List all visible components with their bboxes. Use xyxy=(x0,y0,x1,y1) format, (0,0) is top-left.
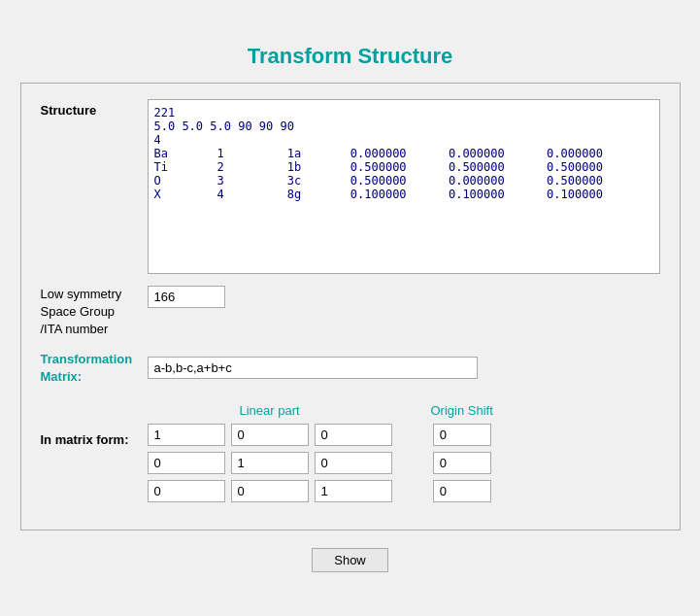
matrix-content: Linear part xyxy=(148,403,660,502)
matrix-row-1 xyxy=(148,452,392,474)
structure-textarea[interactable] xyxy=(148,99,660,274)
main-panel: Structure Low symmetry Space Group /ITA … xyxy=(20,83,681,530)
origin-shift-area: Origin Shift xyxy=(431,403,493,502)
matrix-row-0 xyxy=(148,424,392,446)
matrix-cell-0-1[interactable] xyxy=(231,424,309,446)
matrix-cell-1-2[interactable] xyxy=(315,452,392,474)
matrix-cell-2-0[interactable] xyxy=(148,480,225,502)
matrix-cell-1-1[interactable] xyxy=(231,452,309,474)
matrix-row-2 xyxy=(148,480,392,502)
origin-shift-col xyxy=(433,424,491,502)
origin-shift-title: Origin Shift xyxy=(431,403,493,418)
show-button-row: Show xyxy=(20,548,681,572)
matrix-cell-0-2[interactable] xyxy=(315,424,392,446)
space-group-input[interactable] xyxy=(148,286,225,308)
matrix-cell-0-0[interactable] xyxy=(148,424,225,446)
page-title: Transform Structure xyxy=(20,44,681,69)
matrix-cell-2-2[interactable] xyxy=(315,480,392,502)
space-group-row: Low symmetry Space Group /ITA number xyxy=(41,286,660,339)
origin-shift-2[interactable] xyxy=(433,480,491,502)
in-matrix-form-label: In matrix form: xyxy=(41,403,148,447)
structure-label: Structure xyxy=(41,99,148,118)
space-group-label: Low symmetry Space Group /ITA number xyxy=(41,286,148,339)
origin-shift-1[interactable] xyxy=(433,452,491,474)
matrix-cell-1-0[interactable] xyxy=(148,452,225,474)
matrix-cell-2-1[interactable] xyxy=(231,480,309,502)
transformation-row: Transformation Matrix: xyxy=(41,351,660,386)
linear-part-area: Linear part xyxy=(148,403,392,502)
matrix-rows xyxy=(148,424,392,502)
matrix-section: In matrix form: Linear part xyxy=(41,403,660,502)
transformation-matrix-input[interactable] xyxy=(148,357,478,379)
structure-row: Structure xyxy=(41,99,660,274)
origin-shift-0[interactable] xyxy=(433,424,491,446)
linear-part-title: Linear part xyxy=(239,403,299,418)
transformation-label: Transformation Matrix: xyxy=(41,351,148,386)
show-button[interactable]: Show xyxy=(312,548,388,572)
